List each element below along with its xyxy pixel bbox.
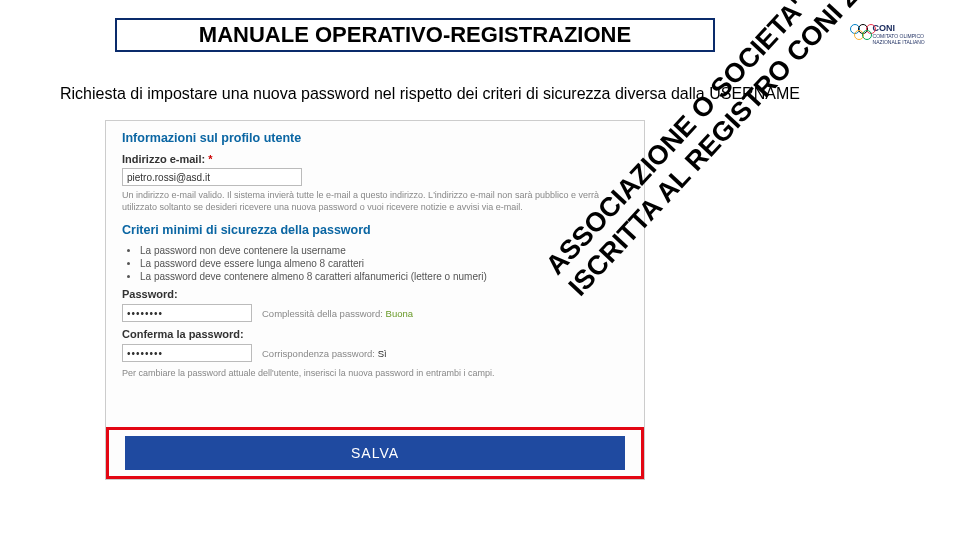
logo-text: CONI bbox=[873, 24, 930, 33]
confirm-label: Conferma la password: bbox=[122, 328, 628, 340]
required-marker: * bbox=[208, 153, 212, 165]
strength-value: Buona bbox=[386, 308, 413, 319]
confirm-password-field[interactable] bbox=[122, 344, 252, 362]
save-highlight-box: SALVA bbox=[106, 427, 644, 479]
section-profile-title: Informazioni sul profilo utente bbox=[122, 131, 628, 145]
page-title: MANUALE OPERATIVO-REGISTRAZIONE bbox=[115, 18, 715, 52]
olympic-rings-icon bbox=[850, 24, 869, 44]
email-description: Un indirizzo e-mail valido. Il sistema i… bbox=[122, 190, 628, 213]
strength-label: Complessità della password: Buona bbox=[262, 308, 413, 319]
logo-subtext: COMITATO OLIMPICO NAZIONALE ITALIANO bbox=[873, 33, 930, 45]
email-label: Indirizzo e-mail: * bbox=[122, 153, 628, 165]
password-label: Password: bbox=[122, 288, 628, 300]
password-field[interactable] bbox=[122, 304, 252, 322]
save-button[interactable]: SALVA bbox=[125, 436, 625, 470]
page-title-text: MANUALE OPERATIVO-REGISTRAZIONE bbox=[199, 22, 631, 48]
match-value: Sì bbox=[378, 348, 387, 359]
email-field[interactable] bbox=[122, 168, 302, 186]
registration-form-screenshot: Informazioni sul profilo utente Indirizz… bbox=[105, 120, 645, 480]
match-label: Corrispondenza password: Sì bbox=[262, 348, 387, 359]
section-criteria-title: Criteri minimi di sicurezza della passwo… bbox=[122, 223, 628, 237]
logo-text-block: CONI COMITATO OLIMPICO NAZIONALE ITALIAN… bbox=[873, 24, 930, 45]
coni-logo: CONI COMITATO OLIMPICO NAZIONALE ITALIAN… bbox=[850, 14, 930, 54]
change-note: Per cambiare la password attuale dell'ut… bbox=[122, 368, 628, 380]
